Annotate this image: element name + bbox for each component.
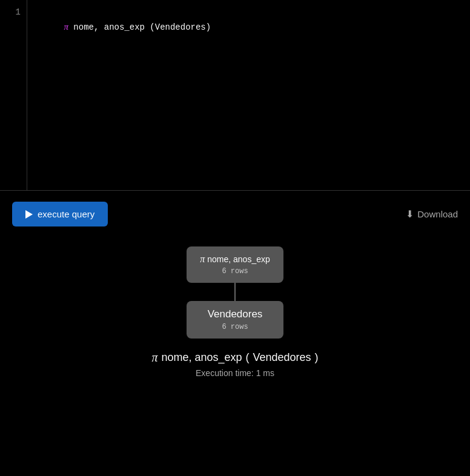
code-editor[interactable]: 1 π nome, anos_exp (Vendedores): [0, 0, 470, 191]
play-icon: [25, 210, 33, 219]
projection-node-rows: 6 rows: [196, 267, 274, 276]
execution-time: Execution time: 1 ms: [151, 368, 318, 378]
projection-node-fields: nome, anos_exp: [207, 254, 270, 264]
download-button[interactable]: ⬇ Download: [406, 208, 458, 220]
toolbar: execute query ⬇ Download: [0, 191, 470, 237]
result-area: π nome, anos_exp ( Vendedores ) Executio…: [151, 351, 318, 378]
projection-node-label: π nome, anos_exp: [196, 254, 274, 265]
line-numbers: 1: [0, 0, 27, 190]
diagram-area: π nome, anos_exp 6 rows Vendedores 6 row…: [0, 237, 470, 378]
projection-pi-icon: π: [200, 254, 205, 265]
result-expression: π nome, anos_exp ( Vendedores ): [151, 351, 318, 365]
diagram-nodes: π nome, anos_exp 6 rows Vendedores 6 row…: [187, 246, 283, 339]
code-line-1: π nome, anos_exp (Vendedores): [33, 5, 464, 49]
line-number-1: 1: [0, 5, 21, 19]
download-label: Download: [417, 209, 458, 219]
code-text: nome, anos_exp (Vendedores): [68, 22, 211, 32]
execute-label: execute query: [38, 209, 94, 219]
result-paren-open: (: [246, 351, 250, 364]
relation-node: Vendedores 6 rows: [187, 301, 283, 339]
result-fields: nome, anos_exp: [161, 351, 242, 364]
relation-node-rows: 6 rows: [196, 323, 274, 331]
result-paren-close: ): [315, 351, 319, 364]
execute-query-button[interactable]: execute query: [12, 202, 108, 226]
result-pi-symbol: π: [151, 351, 157, 365]
connector-line: [234, 283, 236, 301]
code-content[interactable]: π nome, anos_exp (Vendedores): [27, 0, 470, 190]
download-icon: ⬇: [406, 208, 414, 220]
projection-node: π nome, anos_exp 6 rows: [187, 246, 283, 283]
relation-node-label: Vendedores: [196, 308, 274, 320]
pi-symbol: π: [64, 22, 68, 31]
result-relation: Vendedores: [253, 351, 311, 364]
